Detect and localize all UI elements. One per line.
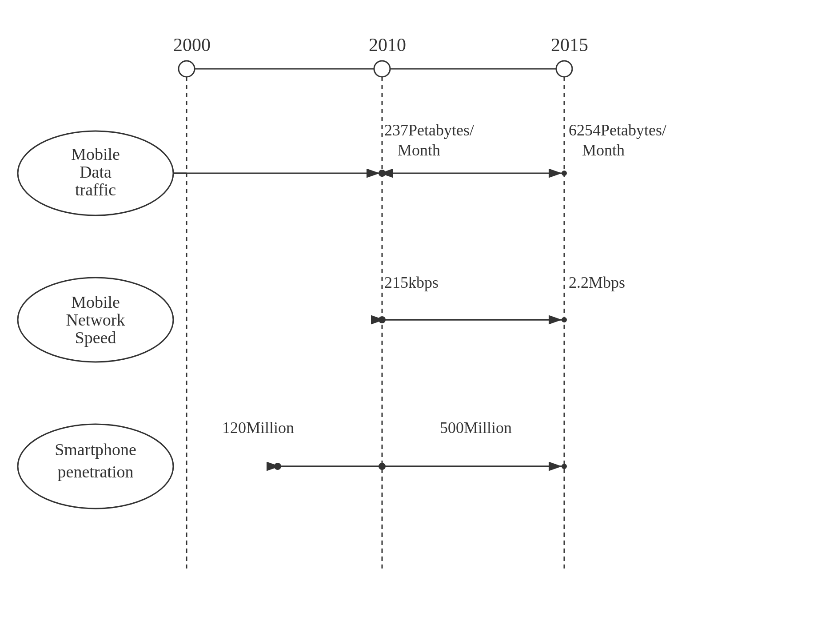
diagram-container: 2000 2010 2015 Mobile Data traffic [0, 0, 837, 644]
smartphone-label-line1: Smartphone [55, 440, 136, 459]
data-label-6254-petabytes: 6254Petabytes/ [569, 121, 666, 139]
year-marker-2010 [374, 61, 390, 77]
mobile-network-label-line1: Mobile [71, 293, 120, 311]
year-label-2015: 2015 [551, 35, 588, 55]
dot-network-2010 [379, 316, 386, 323]
year-label-2000: 2000 [173, 35, 211, 55]
data-label-120million: 120Million [222, 419, 294, 437]
mobile-network-label-line3: Speed [75, 328, 116, 347]
mobile-network-label-line2: Network [66, 310, 125, 329]
dot-data-2010 [379, 170, 386, 177]
smartphone-label-line2: penetration [58, 462, 134, 481]
data-label-22mbps: 2.2Mbps [569, 274, 625, 291]
data-label-237-petabytes: 237Petabytes/ [384, 121, 474, 139]
mobile-data-label-line2: Data [80, 163, 112, 181]
dot-smartphone-2015 [562, 464, 567, 469]
year-marker-2000 [179, 61, 195, 77]
mobile-data-label-line3: traffic [75, 180, 116, 199]
dot-smartphone-2010 [379, 463, 386, 470]
data-label-month-1: Month [398, 141, 440, 159]
year-label-2010: 2010 [369, 35, 406, 55]
year-marker-2015 [556, 61, 572, 77]
mobile-data-label-line1: Mobile [71, 145, 120, 163]
data-label-500million: 500Million [440, 419, 512, 437]
dot-data-2015 [562, 171, 567, 176]
dot-network-2015 [562, 317, 567, 322]
arrow-dot-smartphone [274, 463, 281, 470]
data-label-month-2: Month [582, 141, 625, 159]
data-label-215kbps: 215kbps [384, 274, 438, 291]
